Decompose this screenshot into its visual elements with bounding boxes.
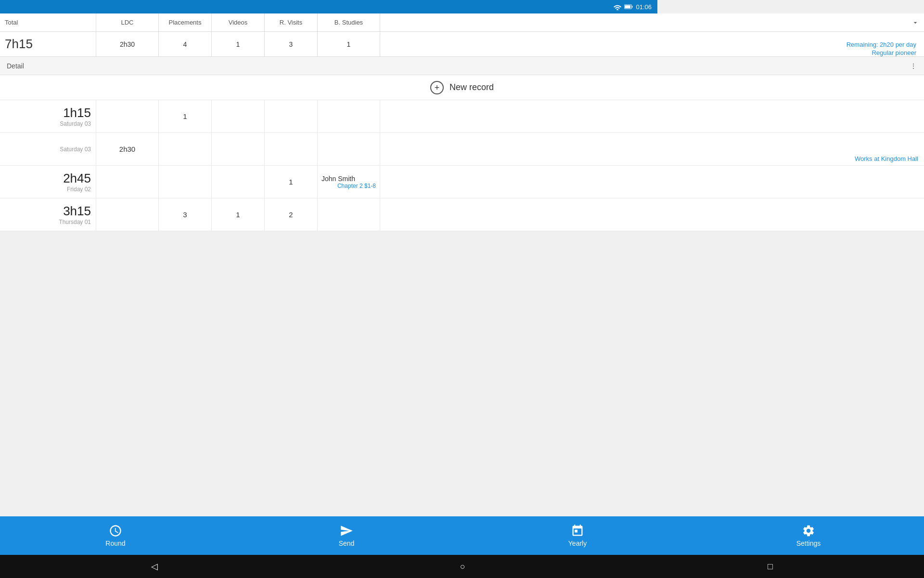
detail-bar: Detail ⋮ (0, 57, 657, 75)
record-time-2: 2h45 (63, 171, 91, 186)
plus-circle-icon: + (430, 81, 444, 94)
detail-label: Detail (7, 62, 24, 70)
record-bstudies-0 (318, 100, 380, 132)
record-videos-3: 1 (212, 198, 265, 231)
rvisits-column-header: R. Visits (265, 13, 318, 31)
record-videos-1 (212, 133, 265, 165)
record-notes-0 (380, 100, 657, 132)
svg-rect-2 (625, 5, 631, 8)
summary-placements: 4 (159, 32, 212, 56)
record-date-2: Friday 02 (67, 186, 91, 193)
svg-rect-1 (632, 6, 633, 8)
videos-column-header: Videos (212, 13, 265, 31)
record-date-1: Saturday 03 (60, 146, 91, 153)
record-notes-2 (380, 166, 657, 198)
table-row[interactable]: 1h15 Saturday 03 1 (0, 100, 657, 133)
status-bar: 01:06 (0, 0, 657, 13)
record-time-3: 3h15 (63, 204, 91, 219)
record-notes-1: Works at Kingdom Hall (380, 133, 657, 165)
record-placements-1 (159, 133, 212, 165)
record-total-2: 2h45 Friday 02 (0, 166, 96, 198)
new-record-label: New record (449, 82, 494, 92)
record-rvisits-2: 1 (265, 166, 318, 198)
record-placements-2 (159, 166, 212, 198)
battery-icon (624, 4, 633, 10)
table-row[interactable]: 3h15 Thursday 01 3 1 2 (0, 198, 657, 231)
records-container: 1h15 Saturday 03 1 Saturday 03 2h30 (0, 100, 657, 231)
dropdown-arrow[interactable] (380, 13, 657, 31)
record-bstudies-name-2: John Smith (321, 175, 355, 183)
record-bstudies-1 (318, 133, 380, 165)
record-date-0: Saturday 03 (60, 120, 91, 127)
placements-column-header: Placements (159, 13, 212, 31)
record-bstudies-chapter-2: Chapter 2 $1-8 (321, 183, 376, 189)
record-rvisits-0 (265, 100, 318, 132)
status-time: 01:06 (636, 3, 652, 11)
record-videos-0 (212, 100, 265, 132)
table-row[interactable]: Saturday 03 2h30 Works at Kingdom Hall (0, 133, 657, 166)
remaining-info: Remaining: 2h20 per day Regular pioneer (380, 32, 657, 56)
record-rvisits-3: 2 (265, 198, 318, 231)
ldc-column-header: LDC (96, 13, 159, 31)
record-bstudies-3 (318, 198, 380, 231)
record-placements-0: 1 (159, 100, 212, 132)
plus-symbol: + (435, 83, 440, 92)
record-total-1: Saturday 03 (0, 133, 96, 165)
record-date-3: Thursday 01 (59, 219, 91, 225)
record-total-0: 1h15 Saturday 03 (0, 100, 96, 132)
summary-videos: 1 (212, 32, 265, 56)
record-ldc-0 (96, 100, 159, 132)
record-ldc-1: 2h30 (96, 133, 159, 165)
new-record-row[interactable]: + New record (0, 75, 657, 100)
record-total-3: 3h15 Thursday 01 (0, 198, 96, 231)
summary-header: Total LDC Placements Videos R. Visits B.… (0, 13, 657, 32)
bstudies-column-header: B. Studies (318, 13, 380, 31)
record-notes-3 (380, 198, 657, 231)
record-rvisits-1 (265, 133, 318, 165)
wifi-icon (614, 3, 621, 10)
record-videos-2 (212, 166, 265, 198)
summary-rvisits: 3 (265, 32, 318, 56)
summary-total: 7h15 (0, 32, 96, 56)
record-ldc-2 (96, 166, 159, 198)
record-ldc-3 (96, 198, 159, 231)
table-row[interactable]: 2h45 Friday 02 1 John Smith Chapter 2 $1… (0, 166, 657, 198)
summary-values-row: 7h15 2h30 4 1 3 1 Remaining: 2h20 per da… (0, 32, 657, 57)
main-content: Total LDC Placements Videos R. Visits B.… (0, 13, 657, 418)
record-time-0: 1h15 (63, 105, 91, 120)
record-placements-3: 3 (159, 198, 212, 231)
total-column-header: Total (0, 13, 96, 31)
summary-bstudies: 1 (318, 32, 380, 56)
record-bstudies-2: John Smith Chapter 2 $1-8 (318, 166, 380, 198)
summary-ldc: 2h30 (96, 32, 159, 56)
